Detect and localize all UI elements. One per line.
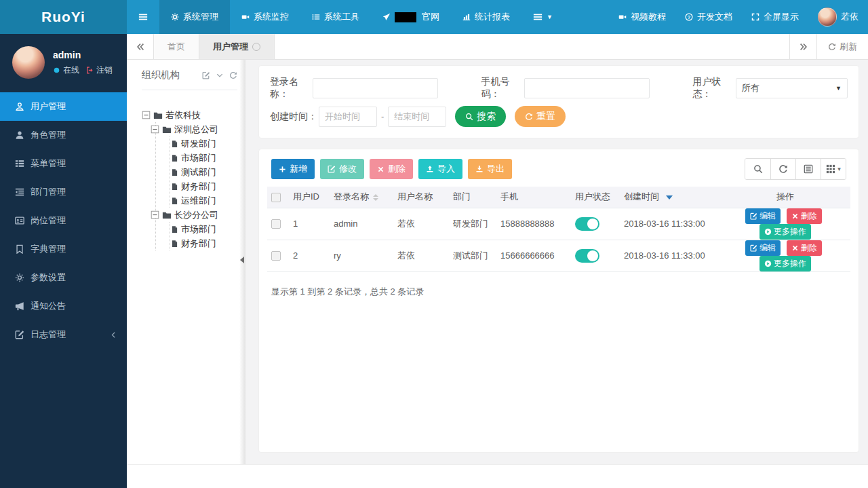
refresh-icon xyxy=(828,43,836,51)
sidebar-toggle-button[interactable] xyxy=(127,0,159,34)
row-checkbox[interactable] xyxy=(271,251,281,261)
user-avatar[interactable] xyxy=(12,46,45,79)
file-icon xyxy=(170,225,178,233)
sidebar-item-param-settings[interactable]: 参数设置 xyxy=(0,263,127,292)
tab-home[interactable]: 首页 xyxy=(154,34,199,59)
nav-item-system-tools[interactable]: 系统工具 xyxy=(300,0,371,34)
end-time-input[interactable] xyxy=(388,107,446,127)
col-user-id: 用户ID xyxy=(289,187,330,208)
table-row[interactable]: 1 admin 若依 研发部门 15888888888 2018-03-16 1… xyxy=(267,208,850,240)
table-view-controls: ▾ xyxy=(745,158,846,180)
sidebar-item-post-manage[interactable]: 岗位管理 xyxy=(0,206,127,235)
refresh-tab-button[interactable]: 刷新 xyxy=(816,34,868,59)
minus-square-icon[interactable] xyxy=(142,111,151,119)
tree-node-dept[interactable]: 市场部门 xyxy=(170,151,240,165)
sidebar-item-user-manage[interactable]: 用户管理 xyxy=(0,92,127,121)
tree-node-dept[interactable]: 市场部门 xyxy=(170,222,240,236)
tree-splitter-handle[interactable] xyxy=(239,60,245,464)
top-navbar: RuoYi 系统管理 系统监控 系统工具 官网 统计报表 ▼ 视频教程 开发文档… xyxy=(0,0,868,34)
tab-close-icon[interactable] xyxy=(252,43,260,51)
import-button[interactable]: 导入 xyxy=(418,159,462,179)
th-list-icon xyxy=(15,159,24,168)
nav-item-more-menu[interactable]: ▼ xyxy=(521,0,564,34)
row-edit-button[interactable]: 编辑 xyxy=(745,208,781,224)
edit-button[interactable]: 修改 xyxy=(320,159,364,179)
add-button[interactable]: 新增 xyxy=(271,159,315,179)
sidebar-item-role-manage[interactable]: 角色管理 xyxy=(0,121,127,149)
nav-item-system-monitor[interactable]: 系统监控 xyxy=(230,0,300,34)
tree-refresh-icon[interactable] xyxy=(229,71,237,79)
tab-user-manage[interactable]: 用户管理 xyxy=(199,34,275,59)
phone-input[interactable] xyxy=(524,78,650,98)
tree-node-dept[interactable]: 运维部门 xyxy=(170,193,240,208)
search-button[interactable]: 搜索 xyxy=(455,106,506,127)
main-area: 首页 用户管理 刷新 组织机构 若依科技 深圳总公司 研发部门 市场部门 xyxy=(127,34,868,488)
sidebar-menu: 用户管理 角色管理 菜单管理 部门管理 岗位管理 字典管理 参数设置 通知公告 … xyxy=(0,92,127,349)
navbar-right: 视频教程 开发文档 全屏显示 若依 xyxy=(609,0,868,34)
nav-item-fullscreen[interactable]: 全屏显示 xyxy=(742,0,808,34)
select-all-checkbox[interactable] xyxy=(271,193,281,202)
tree-node-dept[interactable]: 测试部门 xyxy=(170,165,240,179)
reset-button[interactable]: 重置 xyxy=(515,106,566,127)
phone-label: 手机号码： xyxy=(481,76,523,100)
nav-item-system-manage[interactable]: 系统管理 xyxy=(159,0,230,34)
row-checkbox[interactable] xyxy=(271,219,281,229)
row-delete-button[interactable]: 删除 xyxy=(787,240,822,256)
sidebar-item-log-manage[interactable]: 日志管理 xyxy=(0,320,127,349)
col-phone: 手机 xyxy=(496,187,571,208)
sidebar-item-dict-manage[interactable]: 字典管理 xyxy=(0,235,127,263)
user-status-select[interactable]: 所有 ▼ xyxy=(736,78,848,98)
tree-node-company[interactable]: 深圳总公司 xyxy=(151,122,240,136)
tree-node-dept[interactable]: 财务部门 xyxy=(170,179,240,193)
toggle-search-button[interactable] xyxy=(745,159,770,179)
delete-button[interactable]: 删除 xyxy=(370,159,413,179)
redacted-brand-block xyxy=(395,12,416,22)
search-panel: 登录名称： 手机号码： 用户状态： 所有 ▼ 创建时间： - xyxy=(258,65,859,138)
columns-button[interactable]: ▾ xyxy=(821,159,846,179)
minus-square-icon[interactable] xyxy=(151,125,159,134)
refresh-table-button[interactable] xyxy=(770,159,795,179)
nav-item-official-site[interactable]: 官网 xyxy=(371,0,451,34)
camcorder-icon xyxy=(241,13,250,21)
folder-icon xyxy=(162,210,172,220)
search-icon xyxy=(753,164,763,174)
minus-square-icon[interactable] xyxy=(151,210,159,219)
row-more-button[interactable]: 更多操作 xyxy=(760,224,811,240)
tree-collapse-icon[interactable] xyxy=(216,71,224,79)
col-operations: 操作 xyxy=(720,187,850,208)
file-icon xyxy=(170,183,178,191)
tree-node-branch[interactable]: 长沙分公司 xyxy=(151,208,240,222)
nav-item-dev-docs[interactable]: 开发文档 xyxy=(675,0,742,34)
nav-item-statistics[interactable]: 统计报表 xyxy=(451,0,521,34)
tree-node-root[interactable]: 若依科技 xyxy=(142,108,240,122)
tree-edit-icon[interactable] xyxy=(202,71,210,79)
tree-node-dept[interactable]: 财务部门 xyxy=(170,236,240,250)
row-edit-button[interactable]: 编辑 xyxy=(745,240,781,256)
double-chevron-right-icon xyxy=(799,42,808,52)
sidebar-item-notice[interactable]: 通知公告 xyxy=(0,292,127,320)
logout-link[interactable]: 注销 xyxy=(96,64,113,76)
row-more-button[interactable]: 更多操作 xyxy=(760,256,811,271)
nav-item-user-profile[interactable]: 若依 xyxy=(808,0,868,34)
folder-icon xyxy=(153,111,163,120)
work-area: 登录名称： 手机号码： 用户状态： 所有 ▼ 创建时间： - xyxy=(245,60,868,464)
status-toggle[interactable] xyxy=(575,249,599,263)
toggle-view-button[interactable] xyxy=(795,159,821,179)
list-icon xyxy=(312,13,320,21)
nav-item-video-tutorial[interactable]: 视频教程 xyxy=(609,0,675,34)
status-toggle[interactable] xyxy=(575,217,599,231)
row-delete-button[interactable]: 删除 xyxy=(787,208,822,224)
tabs-scroll-left-button[interactable] xyxy=(127,34,154,59)
tabs-scroll-right-button[interactable] xyxy=(789,34,816,59)
export-button[interactable]: 导出 xyxy=(468,159,512,179)
col-login-name[interactable]: 登录名称 xyxy=(330,187,393,208)
bullhorn-icon xyxy=(15,301,24,311)
start-time-input[interactable] xyxy=(319,107,377,127)
tree-node-dept[interactable]: 研发部门 xyxy=(170,136,240,151)
login-name-input[interactable] xyxy=(313,78,438,98)
table-row[interactable]: 2 ry 若依 测试部门 15666666666 2018-03-16 11:3… xyxy=(267,240,850,271)
sidebar-item-dept-manage[interactable]: 部门管理 xyxy=(0,178,127,206)
col-created[interactable]: 创建时间 xyxy=(620,187,720,208)
sidebar-item-menu-manage[interactable]: 菜单管理 xyxy=(0,149,127,178)
play-circle-icon xyxy=(764,260,772,267)
